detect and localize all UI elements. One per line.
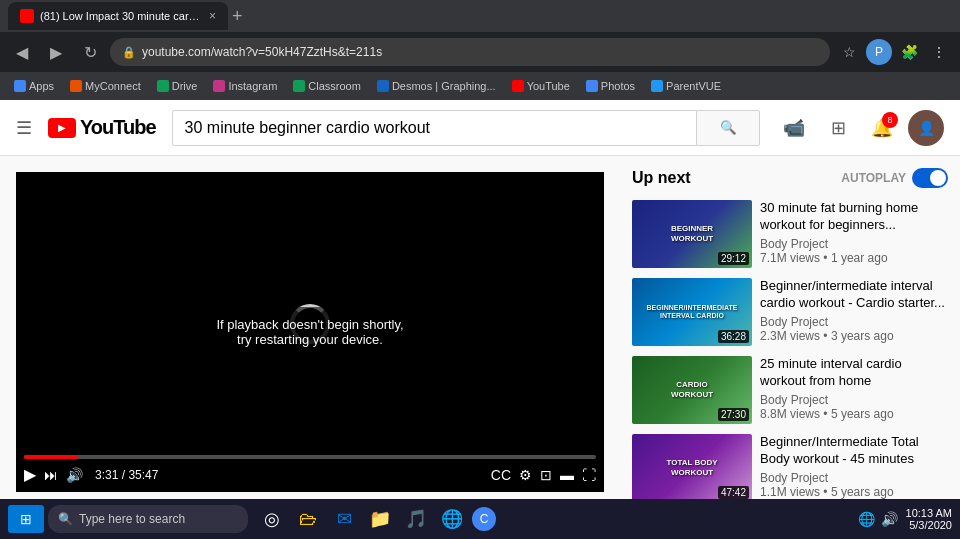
bookmark-classroom[interactable]: Classroom	[287, 78, 367, 94]
bookmark-myconnect[interactable]: MyConnect	[64, 78, 147, 94]
refresh-button[interactable]: ↻	[76, 38, 104, 66]
fullscreen-button[interactable]: ⛶	[582, 467, 596, 483]
bookmark-instagram[interactable]: Instagram	[207, 78, 283, 94]
recommended-item-3[interactable]: CARDIOWORKOUT 27:30 25 minute interval c…	[632, 356, 948, 424]
rec-title-4: Beginner/Intermediate Total Body workout…	[760, 434, 948, 468]
apps-icon[interactable]: ⊞	[820, 110, 856, 146]
rec-info-2: Beginner/intermediate interval cardio wo…	[760, 278, 948, 346]
bookmark-photos[interactable]: Photos	[580, 78, 641, 94]
video-controls: ▶ ⏭ 🔊 3:31 / 35:47 CC ⚙ ⊡ ▬ ⛶	[16, 447, 604, 492]
bookmark-drive[interactable]: Drive	[151, 78, 204, 94]
search-button[interactable]: 🔍	[696, 110, 760, 146]
taskbar-email-icon[interactable]: ✉	[328, 503, 360, 535]
autoplay-toggle[interactable]	[912, 168, 948, 188]
user-avatar[interactable]: 👤	[908, 110, 944, 146]
next-button[interactable]: ⏭	[44, 467, 58, 483]
search-icon: 🔍	[720, 120, 737, 135]
taskbar-browser-icon[interactable]: 🌐	[436, 503, 468, 535]
rec-thumbnail-4: TOTAL BODYWORKOUT 47:42	[632, 434, 752, 502]
clock-time: 10:13 AM	[906, 507, 952, 519]
rec-duration-1: 29:12	[718, 252, 749, 265]
bookmark-favicon	[213, 80, 225, 92]
recommended-item-1[interactable]: BEGINNERWORKOUT 29:12 30 minute fat burn…	[632, 200, 948, 268]
browser-menu-icon[interactable]: ⋮	[926, 39, 952, 65]
controls-row: ▶ ⏭ 🔊 3:31 / 35:47 CC ⚙ ⊡ ▬ ⛶	[24, 465, 596, 484]
nav-right-icons: ☆ P 🧩 ⋮	[836, 39, 952, 65]
rec-views-1: 7.1M views • 1 year ago	[760, 251, 948, 265]
volume-button[interactable]: 🔊	[66, 467, 83, 483]
address-bar[interactable]: 🔒 youtube.com/watch?v=50kH47ZztHs&t=211s	[110, 38, 830, 66]
hamburger-menu-icon[interactable]: ☰	[16, 117, 32, 139]
rec-duration-3: 27:30	[718, 408, 749, 421]
tab-bar: (81) Low Impact 30 minute cardi... × +	[0, 0, 960, 32]
tab-title: (81) Low Impact 30 minute cardi...	[40, 10, 203, 22]
bookmark-parentvue[interactable]: ParentVUE	[645, 78, 727, 94]
thumb-label-2: BEGINNER/INTERMEDIATEINTERVAL CARDIO	[647, 304, 738, 321]
bookmark-desmos[interactable]: Desmos | Graphing...	[371, 78, 502, 94]
taskbar-clock[interactable]: 10:13 AM 5/3/2020	[906, 507, 952, 531]
camera-icon[interactable]: 📹	[776, 110, 812, 146]
theater-button[interactable]: ▬	[560, 467, 574, 483]
notifications-button[interactable]: 🔔 8	[864, 110, 900, 146]
yt-header: ☰ ▶ YouTube 🔍 📹 ⊞ 🔔 8 👤	[0, 100, 960, 156]
bookmark-apps[interactable]: Apps	[8, 78, 60, 94]
buffering-message: If playback doesn't begin shortly, try r…	[200, 307, 420, 357]
notification-badge: 8	[882, 112, 898, 128]
rec-info-4: Beginner/Intermediate Total Body workout…	[760, 434, 948, 502]
miniplayer-button[interactable]: ⊡	[540, 467, 552, 483]
rec-title-1: 30 minute fat burning home workout for b…	[760, 200, 948, 234]
thumb-label-4: TOTAL BODYWORKOUT	[666, 458, 717, 477]
rec-title-2: Beginner/intermediate interval cardio wo…	[760, 278, 948, 312]
bookmark-label: Desmos | Graphing...	[392, 80, 496, 92]
taskbar-search[interactable]: 🔍 Type here to search	[48, 505, 248, 533]
nav-bar: ◀ ▶ ↻ 🔒 youtube.com/watch?v=50kH47ZztHs&…	[0, 32, 960, 72]
taskbar-chrome-icon[interactable]: C	[472, 507, 496, 531]
bookmark-favicon	[14, 80, 26, 92]
bookmark-star-icon[interactable]: ☆	[836, 39, 862, 65]
video-player[interactable]: If playback doesn't begin shortly, try r…	[16, 172, 604, 492]
bookmark-youtube[interactable]: YouTube	[506, 78, 576, 94]
subtitles-button[interactable]: CC	[491, 467, 511, 483]
profile-icon[interactable]: P	[866, 39, 892, 65]
autoplay-control: AUTOPLAY	[841, 168, 948, 188]
bookmark-label: Apps	[29, 80, 54, 92]
thumb-label-1: BEGINNERWORKOUT	[671, 224, 713, 243]
rec-thumbnail-1: BEGINNERWORKOUT 29:12	[632, 200, 752, 268]
bookmark-label: MyConnect	[85, 80, 141, 92]
bookmark-label: Instagram	[228, 80, 277, 92]
progress-bar[interactable]	[24, 455, 596, 459]
bookmark-label: Drive	[172, 80, 198, 92]
start-button[interactable]: ⊞	[8, 505, 44, 533]
browser-tab[interactable]: (81) Low Impact 30 minute cardi... ×	[8, 2, 228, 30]
windows-logo-icon: ⊞	[20, 511, 32, 527]
search-input[interactable]	[172, 110, 696, 146]
play-button[interactable]: ▶	[24, 465, 36, 484]
time-display: 3:31 / 35:47	[95, 468, 158, 482]
bookmark-favicon	[157, 80, 169, 92]
rec-channel-1: Body Project	[760, 237, 948, 251]
extension-puzzle-icon[interactable]: 🧩	[896, 39, 922, 65]
video-section: If playback doesn't begin shortly, try r…	[0, 156, 620, 539]
youtube-logo[interactable]: ▶ YouTube	[48, 116, 156, 139]
recommended-item-4[interactable]: TOTAL BODYWORKOUT 47:42 Beginner/Interme…	[632, 434, 948, 502]
new-tab-button[interactable]: +	[232, 6, 243, 27]
forward-button[interactable]: ▶	[42, 38, 70, 66]
taskbar-files-icon[interactable]: 🗁	[292, 503, 324, 535]
lock-icon: 🔒	[122, 46, 136, 59]
sidebar: Up next AUTOPLAY BEGINNERWORKOUT 29:12 3…	[620, 156, 960, 539]
rec-duration-4: 47:42	[718, 486, 749, 499]
forward-icon: ▶	[50, 43, 62, 62]
rec-channel-2: Body Project	[760, 315, 948, 329]
tab-favicon	[20, 9, 34, 23]
settings-button[interactable]: ⚙	[519, 467, 532, 483]
taskbar-cortana-icon[interactable]: ◎	[256, 503, 288, 535]
header-right: 📹 ⊞ 🔔 8 👤	[776, 110, 944, 146]
tab-close-button[interactable]: ×	[209, 9, 216, 23]
rec-channel-3: Body Project	[760, 393, 948, 407]
bookmark-label: Photos	[601, 80, 635, 92]
taskbar-app5-icon[interactable]: 🎵	[400, 503, 432, 535]
taskbar-folder-icon[interactable]: 📁	[364, 503, 396, 535]
search-icon: 🔍	[58, 512, 73, 526]
recommended-item-2[interactable]: BEGINNER/INTERMEDIATEINTERVAL CARDIO 36:…	[632, 278, 948, 346]
back-button[interactable]: ◀	[8, 38, 36, 66]
